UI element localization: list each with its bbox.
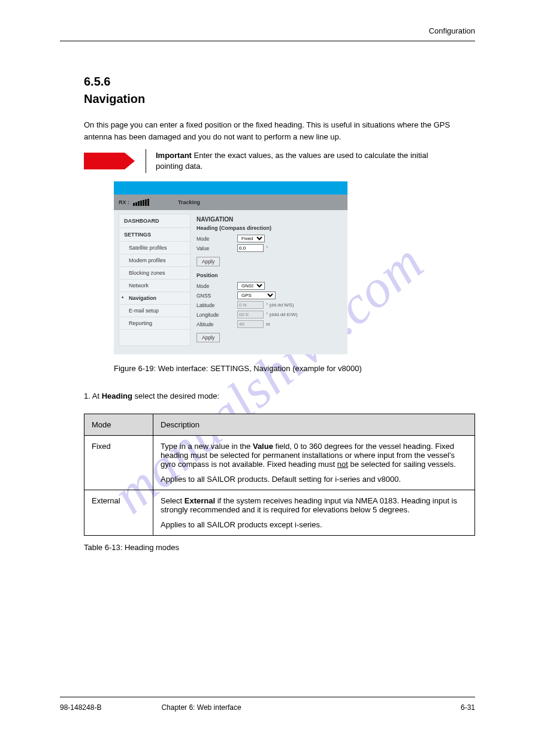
cell-external: External <box>84 490 153 535</box>
heading-apply-button[interactable]: Apply <box>197 257 220 266</box>
position-mode-select[interactable]: GNSS <box>237 282 265 290</box>
sc-topbar <box>114 181 347 195</box>
position-section-label: Position <box>197 272 343 278</box>
gnss-label: GNSS <box>197 293 237 299</box>
signal-bars-icon <box>133 199 149 206</box>
altitude-unit: m <box>266 321 270 327</box>
table-row: Fixed Type in a new value in the Value f… <box>84 435 475 490</box>
panel-title: NAVIGATION <box>197 216 343 223</box>
altitude-input <box>237 320 264 328</box>
footer-right: 6-31 <box>461 703 475 712</box>
important-label: Important <box>156 151 192 160</box>
cell-external-desc: Select External if the system receives h… <box>153 490 475 535</box>
tracking-status: Tracking <box>178 199 200 205</box>
longitude-input <box>237 311 264 318</box>
section-title: Navigation <box>84 92 475 106</box>
bottom-rule <box>60 697 475 697</box>
col-mode: Mode <box>84 414 153 435</box>
sc-statusbar: RX : Tracking <box>114 195 347 210</box>
sidebar-item-modem-profiles[interactable]: Modem profiles <box>119 254 190 267</box>
step-1: 1. At Heading select the desired mode: <box>84 390 475 402</box>
sidebar-item-email-setup[interactable]: E-mail setup <box>119 305 190 317</box>
heading-modes-table: Mode Description Fixed Type in a new val… <box>84 414 475 536</box>
heading-value-unit: ° <box>266 245 268 251</box>
sidebar-item-network[interactable]: Network <box>119 280 190 292</box>
col-description: Description <box>153 414 475 435</box>
sidebar-item-satellite-profiles[interactable]: Satellite profiles <box>119 242 190 254</box>
rx-label: RX : <box>119 199 129 205</box>
top-rule <box>60 41 475 41</box>
heading-section-label: Heading (Compass direction) <box>197 225 343 231</box>
running-head: Configuration <box>429 26 475 35</box>
sidebar-item-reporting[interactable]: Reporting <box>119 317 190 330</box>
latitude-hint: ° (dd.dd N/S) <box>266 302 294 308</box>
divider <box>146 149 146 173</box>
heading-value-label: Value <box>197 245 237 251</box>
sidebar-item-blocking-zones[interactable]: Blocking zones <box>119 267 190 280</box>
intro-paragraph: On this page you can enter a fixed posit… <box>84 119 475 143</box>
altitude-label: Altitude <box>197 321 237 327</box>
table-row: External Select External if the system r… <box>84 490 475 535</box>
important-callout: Important Enter the exact values, as the… <box>84 149 475 173</box>
position-mode-label: Mode <box>197 283 237 289</box>
sidebar-settings[interactable]: SETTINGS <box>119 228 190 242</box>
heading-mode-label: Mode <box>197 236 237 242</box>
heading-value-input[interactable] <box>237 244 264 252</box>
cell-fixed-desc: Type in a new value in the Value field, … <box>153 435 475 490</box>
sidebar: DASHBOARD SETTINGS Satellite profiles Mo… <box>119 214 191 346</box>
position-apply-button[interactable]: Apply <box>197 333 220 342</box>
figure-caption: Figure 6-19: Web interface: SETTINGS, Na… <box>114 363 475 375</box>
arrow-icon <box>84 153 135 169</box>
latitude-input <box>237 301 264 309</box>
important-text: Enter the exact values, as the values ar… <box>156 151 428 171</box>
footer-left: 98-148248-B Chapter 6: Web interface <box>60 703 241 712</box>
longitude-hint: ° (ddd.dd E/W) <box>266 312 298 317</box>
sc-main: NAVIGATION Heading (Compass direction) M… <box>197 214 343 346</box>
sidebar-dashboard[interactable]: DASHBOARD <box>119 214 190 228</box>
heading-mode-select[interactable]: Fixed <box>237 235 265 242</box>
section-number: 6.5.6 <box>84 75 475 89</box>
embedded-screenshot: RX : Tracking DASHBOARD SETTINGS Satelli… <box>114 181 347 354</box>
table-caption: Table 6-13: Heading modes <box>84 542 475 554</box>
cell-fixed: Fixed <box>84 435 153 490</box>
latitude-label: Latitude <box>197 302 237 308</box>
gnss-select[interactable]: GPS <box>237 292 276 299</box>
sidebar-item-navigation[interactable]: Navigation <box>119 292 190 305</box>
longitude-label: Longitude <box>197 312 237 318</box>
